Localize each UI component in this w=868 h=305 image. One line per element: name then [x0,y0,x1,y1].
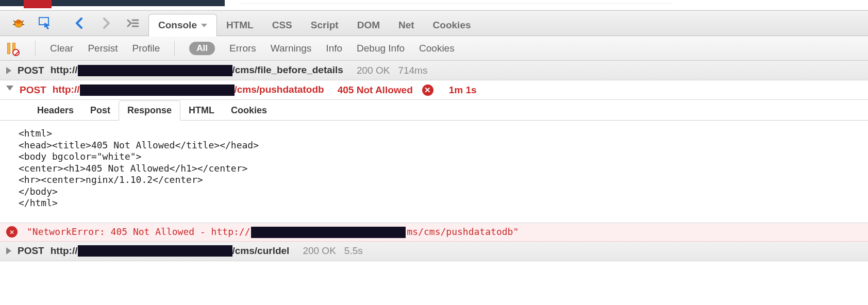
tab-dom[interactable]: DOM [348,14,389,36]
timing-text: 5.5s [344,245,363,257]
redacted-host [78,65,232,76]
tab-label: DOM [357,20,380,31]
panel-tabs: Console HTML CSS Script DOM Net Cookies [148,10,480,36]
tab-label: Script [311,20,339,31]
redacted-block [52,0,225,6]
error-suffix: ms/cms/pushdatatodb" [407,226,519,237]
tab-net[interactable]: Net [389,14,424,36]
detail-tab-post[interactable]: Post [82,101,119,120]
url-prefix: http:// [53,84,80,95]
tab-label: Console [158,20,197,31]
collapse-toggle-icon[interactable] [6,86,13,94]
label: Post [90,105,110,115]
dropdown-caret-icon[interactable] [201,24,207,27]
label: Profile [132,43,160,54]
error-icon: ✕ [422,84,433,96]
redacted-block [0,0,24,6]
label: Errors [229,43,256,54]
profile-button[interactable]: Profile [132,43,160,54]
expand-toggle-icon[interactable] [6,247,11,255]
tab-console[interactable]: Console [148,14,217,37]
back-icon[interactable] [70,14,89,32]
detail-tab-response[interactable]: Response [119,100,180,121]
expand-toggle-icon[interactable] [6,67,11,74]
firebug-icon[interactable] [9,14,28,32]
status-text: 200 OK [303,245,336,257]
timing-text: 1m 1s [449,84,477,96]
redacted-host [78,245,232,257]
request-row[interactable]: POST http:///cms/pushdatatodb 405 Not Al… [0,80,868,100]
redacted-host [251,227,406,238]
forward-icon[interactable] [97,14,115,32]
label: Clear [50,43,73,54]
clear-button[interactable]: Clear [50,43,73,54]
http-method: POST [18,245,44,257]
tab-cookies[interactable]: Cookies [424,14,480,36]
svg-line-4 [13,24,15,25]
status-text: 405 Not Allowed [338,84,413,96]
status-text: 200 OK [357,65,390,76]
tab-label: CSS [272,20,292,31]
redacted-host [80,84,235,96]
request-row[interactable]: POST http:///cms/curldel 200 OK 5.5s [0,242,868,261]
inspect-icon[interactable] [36,14,55,32]
detail-tab-cookies[interactable]: Cookies [223,101,275,120]
break-on-errors-icon[interactable] [7,43,21,54]
http-method: POST [18,65,44,76]
redacted-block [24,0,52,8]
label: Headers [37,105,74,115]
error-prefix: "NetworkError: 405 Not Allowed - http:// [27,226,250,237]
url-path: /cms/curldel [232,245,290,256]
detail-tab-headers[interactable]: Headers [29,101,82,120]
developer-toolbar: Console HTML CSS Script DOM Net Cookies [0,10,868,36]
label: Info [326,43,342,54]
request-row[interactable]: POST http:///cms/file_before_details 200… [0,61,868,80]
filter-cookies[interactable]: Cookies [419,43,455,54]
label: All [196,43,208,53]
label: HTML [189,105,214,115]
url-path: /cms/pushdatatodb [235,84,324,95]
browser-chrome-fragment [0,0,868,10]
filter-warnings[interactable]: Warnings [271,43,312,54]
label: Cookies [419,43,455,54]
label: Response [127,105,172,115]
timing-text: 714ms [398,65,427,76]
request-url[interactable]: http:///cms/file_before_details [51,64,343,76]
url-prefix: http:// [51,245,78,256]
tab-label: Net [398,20,414,31]
error-message[interactable]: "NetworkError: 405 Not Allowed - http://… [27,226,519,238]
label: Debug Info [357,43,405,54]
label: Cookies [231,105,267,115]
error-icon: ✕ [6,226,18,238]
detail-tab-html[interactable]: HTML [180,101,223,120]
svg-rect-6 [39,18,48,25]
url-path: /cms/file_before_details [232,64,343,75]
request-url[interactable]: http:///cms/curldel [51,245,290,257]
persist-button[interactable]: Persist [88,43,118,54]
http-method: POST [20,84,46,96]
tab-html[interactable]: HTML [217,14,263,36]
request-url[interactable]: http:///cms/pushdatatodb [53,84,324,96]
command-line-icon[interactable] [124,14,142,32]
filter-info[interactable]: Info [326,43,342,54]
address-bar-fragment [240,3,672,4]
tab-label: HTML [226,20,254,31]
label: Persist [88,43,118,54]
separator [35,41,36,56]
request-detail-tabs: Headers Post Response HTML Cookies [0,100,868,121]
filter-debug-info[interactable]: Debug Info [357,43,405,54]
filter-all-pill[interactable]: All [189,42,215,55]
filter-errors[interactable]: Errors [229,43,256,54]
console-sub-toolbar: Clear Persist Profile All Errors Warning… [0,36,868,61]
svg-marker-7 [44,23,50,29]
label: Warnings [271,43,312,54]
svg-point-1 [16,20,21,24]
network-error-row: ✕ "NetworkError: 405 Not Allowed - http:… [0,223,868,242]
url-prefix: http:// [51,64,78,75]
tab-script[interactable]: Script [302,14,348,36]
separator [174,41,175,56]
svg-line-5 [22,24,24,25]
tab-css[interactable]: CSS [263,14,302,36]
tab-label: Cookies [433,20,471,31]
response-body[interactable]: <html> <head><title>405 Not Allowed</tit… [0,121,868,223]
